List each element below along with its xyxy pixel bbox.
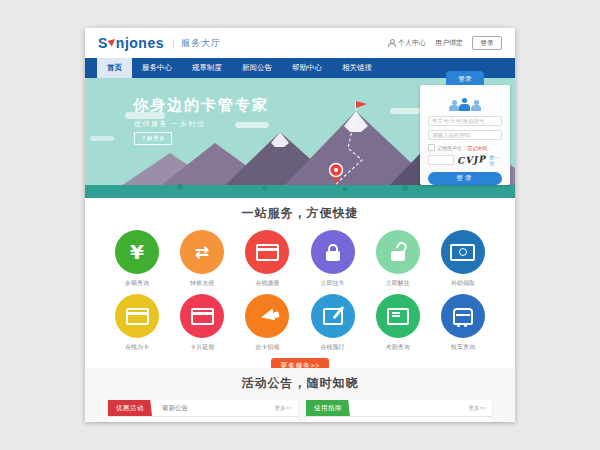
nav-item-news[interactable]: 新闻公告 bbox=[232, 58, 282, 78]
captcha-image[interactable]: CVJP bbox=[457, 154, 487, 166]
service-label: 余额查询 bbox=[125, 279, 149, 288]
more-activities-link[interactable]: 更多>> bbox=[275, 405, 292, 412]
service-item-report-loss[interactable]: 立即挂失 bbox=[305, 230, 361, 288]
service-item-lost-found[interactable]: 拾卡招领 bbox=[239, 294, 295, 352]
lock-icon[interactable] bbox=[311, 230, 355, 274]
captcha-input[interactable] bbox=[428, 155, 454, 165]
row-separator: | bbox=[464, 145, 465, 151]
password-input[interactable] bbox=[428, 130, 502, 140]
more-guides-link[interactable]: 更多>> bbox=[469, 405, 486, 412]
services-section: 一站服务，方便快捷 余额查询 转账充值 在线缴费 立即挂失 bbox=[85, 198, 515, 368]
service-item-online-card[interactable]: 在线办卡 bbox=[109, 294, 165, 352]
service-label: 在线预订 bbox=[321, 343, 345, 352]
service-item-subsidy[interactable]: 补助领取 bbox=[435, 230, 491, 288]
bank-card-icon[interactable] bbox=[245, 230, 289, 274]
service-label: 拾卡招领 bbox=[255, 343, 279, 352]
personal-center-link[interactable]: 个人中心 bbox=[388, 38, 426, 48]
site-header: S njones | 服务大厅 个人中心 用户绑定 登录 bbox=[85, 28, 515, 58]
service-label: 在线办卡 bbox=[125, 343, 149, 352]
header-user-area: 个人中心 用户绑定 登录 bbox=[388, 36, 502, 50]
hero-title: 你身边的卡管专家 bbox=[133, 96, 269, 115]
service-item-transfer[interactable]: 转账充值 bbox=[174, 230, 230, 288]
service-label: 在线缴费 bbox=[255, 279, 279, 288]
edit-pencil-icon[interactable] bbox=[311, 294, 355, 338]
service-item-card-extension[interactable]: 卡片延期 bbox=[174, 294, 230, 352]
service-label: 补助领取 bbox=[451, 279, 475, 288]
guide-panel-tabs: 使用指南 更多>> bbox=[306, 400, 492, 417]
announcements-section: 活动公告，随时知晓 优惠活动 最新公告 更多>> 使用指南 更多>> bbox=[85, 368, 515, 422]
service-item-attendance[interactable]: 考勤查询 bbox=[370, 294, 426, 352]
group-person-right bbox=[471, 105, 481, 111]
personal-center-label: 个人中心 bbox=[398, 38, 426, 48]
nav-item-service-center[interactable]: 服务中心 bbox=[132, 58, 182, 78]
service-label: 卡片延期 bbox=[190, 343, 214, 352]
service-item-balance[interactable]: 余额查询 bbox=[109, 230, 165, 288]
remember-label: 记住用户名 bbox=[437, 145, 462, 151]
services-title: 一站服务，方便快捷 bbox=[85, 205, 515, 222]
browser-page: S njones | 服务大厅 个人中心 用户绑定 登录 首页 服务中心 bbox=[85, 28, 515, 422]
captcha-row: CVJP 换一张 bbox=[428, 154, 502, 166]
unlock-icon[interactable] bbox=[376, 230, 420, 274]
announcements-title: 活动公告，随时知晓 bbox=[85, 375, 515, 392]
service-label: 校车查询 bbox=[451, 343, 475, 352]
login-tab[interactable]: 登录 bbox=[446, 71, 484, 85]
site-logo[interactable]: S njones | 服务大厅 bbox=[98, 35, 221, 51]
bus-icon[interactable] bbox=[441, 294, 485, 338]
service-item-online-booking[interactable]: 在线预订 bbox=[305, 294, 361, 352]
tab-promotions[interactable]: 优惠活动 bbox=[108, 400, 152, 416]
service-label: 立即解挂 bbox=[386, 279, 410, 288]
hero-subtitle: 提供服务 一步到位 bbox=[134, 119, 205, 129]
hero-cta-button[interactable]: 了解更多 bbox=[134, 132, 172, 145]
nav-item-help-center[interactable]: 帮助中心 bbox=[282, 58, 332, 78]
announcements-panels: 优惠活动 最新公告 更多>> 使用指南 更多>> bbox=[85, 400, 515, 422]
transfer-arrows-icon[interactable] bbox=[180, 230, 224, 274]
logo-divider: | bbox=[172, 38, 175, 49]
nav-item-regulations[interactable]: 规章制度 bbox=[182, 58, 232, 78]
services-row-2: 在线办卡 卡片延期 拾卡招领 在线预订 考勤查询 bbox=[85, 294, 515, 352]
logo-text-left: S bbox=[98, 35, 108, 51]
logo-text-right: njones bbox=[116, 35, 164, 51]
login-panel: 记住用户名 | 忘记密码 CVJP 换一张 登录 bbox=[420, 85, 510, 185]
group-person-center bbox=[459, 104, 470, 111]
remember-checkbox[interactable] bbox=[428, 144, 435, 151]
bank-card-icon[interactable] bbox=[180, 294, 224, 338]
activities-panel: 优惠活动 最新公告 更多>> bbox=[108, 400, 298, 422]
site-subtitle: 服务大厅 bbox=[181, 37, 221, 50]
megaphone-icon[interactable] bbox=[245, 294, 289, 338]
list-icon[interactable] bbox=[376, 294, 420, 338]
tab-user-guide[interactable]: 使用指南 bbox=[306, 400, 350, 416]
service-label: 立即挂失 bbox=[321, 279, 345, 288]
forgot-password-link[interactable]: 忘记密码 bbox=[467, 145, 487, 151]
nav-item-related-links[interactable]: 相关链接 bbox=[332, 58, 382, 78]
banknote-icon[interactable] bbox=[441, 230, 485, 274]
activities-panel-body bbox=[108, 417, 298, 422]
desktop-background: S njones | 服务大厅 个人中心 用户绑定 登录 首页 服务中心 bbox=[0, 0, 600, 450]
group-person-left bbox=[449, 105, 459, 111]
service-item-unfreeze[interactable]: 立即解挂 bbox=[370, 230, 426, 288]
header-login-button[interactable]: 登录 bbox=[472, 36, 502, 50]
service-label: 考勤查询 bbox=[386, 343, 410, 352]
username-input[interactable] bbox=[428, 116, 502, 126]
tab-latest-announcements[interactable]: 最新公告 bbox=[162, 404, 188, 413]
nav-item-home[interactable]: 首页 bbox=[97, 58, 132, 78]
service-label: 转账充值 bbox=[190, 279, 214, 288]
guide-panel: 使用指南 更多>> bbox=[306, 400, 492, 422]
guide-panel-body bbox=[306, 417, 492, 422]
remember-row: 记住用户名 | 忘记密码 bbox=[428, 144, 502, 151]
user-binding-link[interactable]: 用户绑定 bbox=[435, 38, 463, 48]
service-item-online-payment[interactable]: 在线缴费 bbox=[239, 230, 295, 288]
users-group-icon bbox=[447, 92, 483, 111]
login-submit-button[interactable]: 登录 bbox=[428, 172, 502, 185]
captcha-refresh-link[interactable]: 换一张 bbox=[489, 154, 502, 166]
activities-panel-tabs: 优惠活动 最新公告 更多>> bbox=[108, 400, 298, 417]
service-item-school-bus[interactable]: 校车查询 bbox=[435, 294, 491, 352]
bank-card-icon[interactable] bbox=[115, 294, 159, 338]
services-row-1: 余额查询 转账充值 在线缴费 立即挂失 立即解挂 bbox=[85, 230, 515, 288]
yen-icon[interactable] bbox=[115, 230, 159, 274]
user-icon bbox=[388, 39, 396, 47]
user-binding-label: 用户绑定 bbox=[435, 38, 463, 48]
